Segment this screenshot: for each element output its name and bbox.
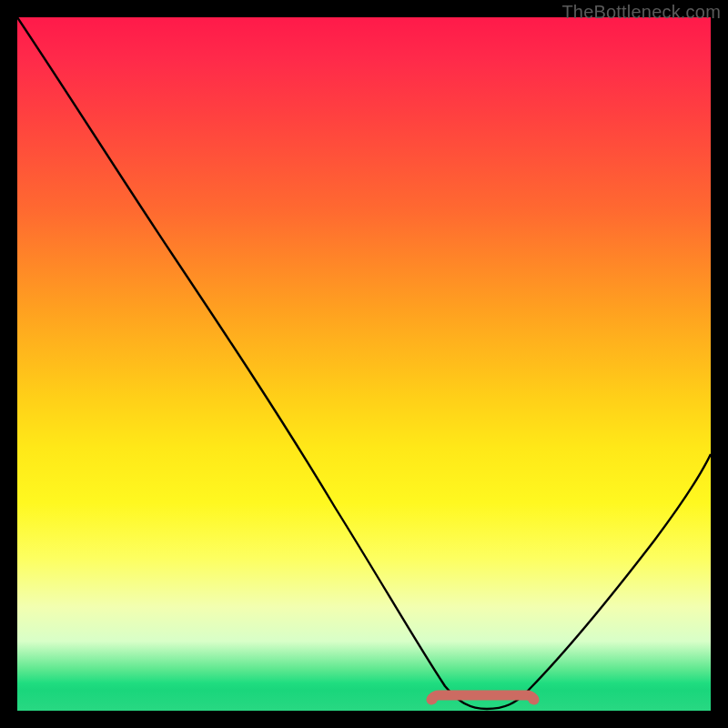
optimal-zone-marker	[431, 695, 534, 700]
bottleneck-curve	[17, 17, 711, 709]
watermark-text: TheBottleneck.com	[561, 2, 721, 23]
optimal-zone-start-dot	[427, 693, 438, 704]
curve-layer	[17, 17, 711, 711]
chart-frame: TheBottleneck.com	[0, 0, 728, 728]
optimal-zone-end-dot	[528, 693, 539, 704]
plot-area	[17, 17, 711, 711]
